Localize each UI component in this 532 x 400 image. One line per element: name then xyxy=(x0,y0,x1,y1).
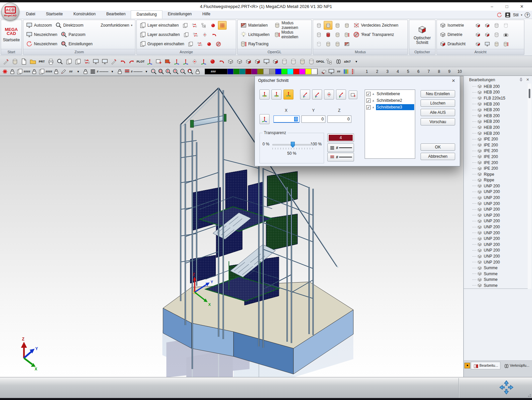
plane-checkbox[interactable]: ✓ xyxy=(366,99,371,103)
lichtquellen-button[interactable]: Lichtquellen xyxy=(239,31,272,39)
view-cube-4-button[interactable] xyxy=(483,30,491,39)
profile-item[interactable]: HEB 200 xyxy=(464,130,528,136)
profile-item[interactable]: IPE 200 xyxy=(464,148,528,154)
view-cube-2-button[interactable] xyxy=(483,21,491,30)
section-plane-row[interactable]: ✓ ▲ Schnittebene xyxy=(365,91,415,97)
loeschen-button[interactable]: Löschen xyxy=(421,100,455,107)
part-database[interactable] xyxy=(10,57,19,66)
profile-item[interactable]: IPE 200 xyxy=(464,142,528,148)
lock-pen[interactable] xyxy=(53,68,60,75)
panel-tab[interactable]: Verknüpfu... xyxy=(501,362,532,369)
table-layout-button[interactable] xyxy=(199,21,208,30)
maximize-button[interactable]: □ xyxy=(499,2,514,11)
menu-tab[interactable]: Startseite xyxy=(41,10,68,19)
layer-hash[interactable]: #### xyxy=(45,68,53,75)
flip-plane-button[interactable] xyxy=(324,90,334,100)
mode-red-button[interactable] xyxy=(324,30,332,39)
section-color-button[interactable]: 4 xyxy=(327,133,354,142)
draufsicht-button[interactable]: Draufsicht xyxy=(438,40,473,48)
profile-item[interactable]: Summe xyxy=(464,283,528,289)
profile-item[interactable]: Rippe xyxy=(464,177,528,183)
cylinder-solid[interactable] xyxy=(298,57,307,66)
palette-color[interactable] xyxy=(311,69,317,74)
menu-tab[interactable]: Bearbeiten xyxy=(101,10,131,19)
palette-color[interactable] xyxy=(281,69,287,74)
plane-xz-button[interactable] xyxy=(283,90,293,100)
page-number[interactable]: 1 xyxy=(362,69,372,74)
profile-item[interactable]: UNP 200 xyxy=(464,189,528,195)
zoom-window[interactable] xyxy=(157,68,165,75)
view-cube-5-button[interactable] xyxy=(473,40,482,48)
panel-scrollbar[interactable] xyxy=(528,84,531,289)
cube-section[interactable] xyxy=(271,57,280,66)
hatch-type[interactable]: # ——— xyxy=(131,68,143,75)
profile-item[interactable]: UNP 200 xyxy=(464,212,528,218)
mode-gray-button[interactable] xyxy=(333,21,342,30)
zoom-einstellungen-button[interactable]: Einstellungen xyxy=(59,40,94,48)
structure-tree[interactable] xyxy=(325,57,334,66)
color-hash[interactable]: ## xyxy=(335,68,342,75)
neu-erstellen-button[interactable]: Neu Erstellen xyxy=(421,90,455,98)
pen-hash[interactable]: ## xyxy=(67,68,75,75)
panzoom-button[interactable]: Panzoom xyxy=(59,31,87,39)
dialog-close-icon[interactable]: ✕ xyxy=(450,78,456,83)
line-type[interactable]: # ——— xyxy=(96,68,109,75)
mode-solid2-button[interactable] xyxy=(333,40,342,48)
panel-tab[interactable]: Bearbeitu... xyxy=(471,362,500,369)
profile-item[interactable]: UNP 200 xyxy=(464,183,528,189)
menu-tab[interactable]: Datei xyxy=(21,10,41,19)
pen-style[interactable] xyxy=(60,68,67,75)
profile-item[interactable]: Rippe xyxy=(464,171,528,177)
layer-einschalten-button[interactable]: Layer einschalten xyxy=(138,21,180,29)
pen-columns[interactable] xyxy=(350,68,357,75)
plane-xy-button[interactable] xyxy=(260,90,269,100)
cross-arrows-button[interactable] xyxy=(200,30,209,39)
y-coordinate-input[interactable]: 0 xyxy=(301,115,325,123)
profile-item[interactable]: UNP 200 xyxy=(464,218,528,224)
section-plane-list[interactable]: ✓ ▲ Schnittebene ✓ ▲ Schnittebene2 ✓ ▲ S… xyxy=(365,90,415,159)
box-section-button[interactable] xyxy=(349,91,357,99)
profile-item[interactable]: UNP 200 xyxy=(464,195,528,201)
page-number[interactable]: 8 xyxy=(434,69,444,74)
zoom-out[interactable] xyxy=(150,68,157,75)
zoom-in[interactable] xyxy=(172,68,179,75)
transparenz-slider-thumb[interactable] xyxy=(291,142,295,148)
dock-indicator[interactable] xyxy=(464,363,470,368)
panel-close-icon[interactable]: ✕ xyxy=(525,78,530,82)
alle-aus-button[interactable]: Alle AUS xyxy=(421,109,455,116)
half-sphere-button[interactable] xyxy=(214,40,223,48)
current-color-cell[interactable]: ### xyxy=(205,69,222,74)
delete-elements[interactable] xyxy=(109,57,118,66)
diamond-move[interactable] xyxy=(190,57,199,66)
zoomfunktionen-dropdown[interactable]: Zoomfunktionen▾ xyxy=(100,23,134,28)
profile-item[interactable]: IPE 200 xyxy=(464,160,528,166)
resize-grip[interactable] xyxy=(526,392,531,397)
isometrie-button[interactable]: Isometrie xyxy=(438,21,473,29)
profile-item[interactable]: UNP 200 xyxy=(464,230,528,236)
zoom-pan[interactable] xyxy=(165,68,172,75)
mode-solid1-button[interactable] xyxy=(324,40,332,48)
plane-checkbox[interactable]: ✓ xyxy=(366,105,371,109)
screen-colors[interactable] xyxy=(328,68,335,75)
transparenz-slider[interactable] xyxy=(272,144,313,145)
profile-item[interactable]: IPE 200 xyxy=(464,165,528,171)
mode-shaded-button[interactable] xyxy=(324,21,332,30)
palette-color[interactable] xyxy=(240,69,246,74)
section-plane-row[interactable]: ✓ ▲ Schnittebene3 xyxy=(365,104,415,110)
abbrechen-button[interactable]: Abbrechen xyxy=(421,153,455,160)
section-plane-row[interactable]: ✓ ▲ Schnittebene2 xyxy=(365,97,415,104)
monitor-view[interactable] xyxy=(262,57,271,66)
autozoom-button[interactable]: Autozoom xyxy=(25,21,53,29)
menu-tab[interactable]: Einstellungen xyxy=(162,10,197,19)
lock-hatch[interactable] xyxy=(116,68,123,75)
plot[interactable]: PLOT xyxy=(136,57,145,66)
layer-ausschalten-button[interactable]: Layer ausschalten xyxy=(138,31,181,39)
layer-doc[interactable] xyxy=(38,68,45,75)
pan-arrows-icon[interactable] xyxy=(498,379,514,395)
mode-material-button[interactable] xyxy=(342,40,351,48)
materialien-button[interactable]: Materialien xyxy=(239,21,272,29)
profile-item[interactable]: IPE 200 xyxy=(464,154,528,160)
profile-item[interactable]: HEB 200 xyxy=(464,124,528,130)
dialog-title-bar[interactable]: Optischer Schnitt ✕ xyxy=(255,76,460,85)
rotate-sphere-button[interactable] xyxy=(209,21,217,30)
